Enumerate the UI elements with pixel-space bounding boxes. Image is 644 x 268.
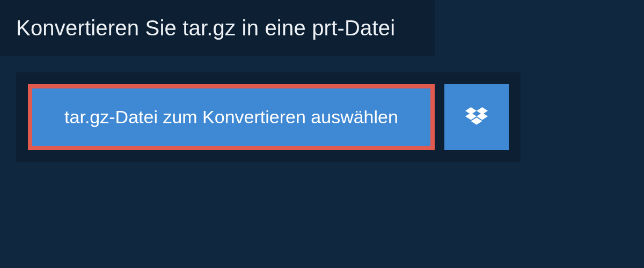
page-header: Konvertieren Sie tar.gz in eine prt-Date… xyxy=(0,0,435,56)
page-title: Konvertieren Sie tar.gz in eine prt-Date… xyxy=(16,16,419,40)
upload-panel: tar.gz-Datei zum Konvertieren auswählen xyxy=(16,72,521,162)
dropbox-button[interactable] xyxy=(444,84,509,150)
select-file-button[interactable]: tar.gz-Datei zum Konvertieren auswählen xyxy=(28,84,435,150)
dropbox-icon xyxy=(465,107,488,128)
